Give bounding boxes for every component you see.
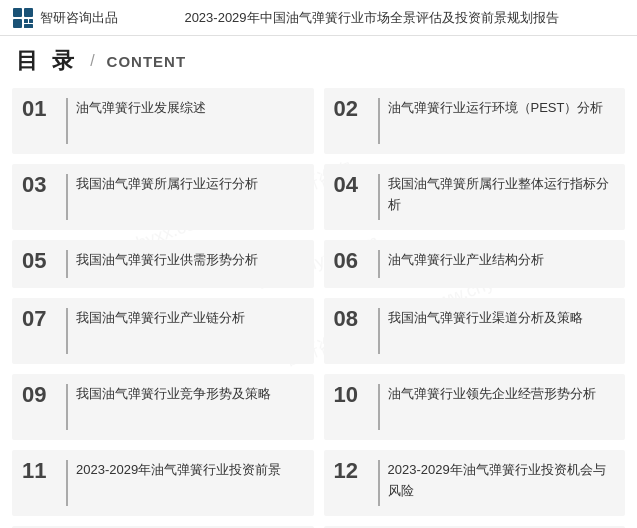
card-text: 我国油气弹簧行业供需形势分析 (76, 250, 304, 271)
card-divider (378, 384, 380, 430)
card-divider (378, 174, 380, 220)
title-bar: 目 录 / CONTENT (0, 36, 637, 82)
card-item: 08我国油气弹簧行业渠道分析及策略 (324, 298, 626, 364)
card-text: 油气弹簧行业产业结构分析 (388, 250, 616, 271)
card-item: 07我国油气弹簧行业产业链分析 (12, 298, 314, 364)
card-divider (66, 384, 68, 430)
svg-rect-5 (24, 24, 33, 28)
logo-text: 智研咨询出品 (40, 9, 118, 27)
svg-rect-0 (13, 8, 22, 17)
svg-rect-3 (24, 19, 28, 23)
card-text: 油气弹簧行业运行环境（PEST）分析 (388, 98, 616, 119)
title-separator: / (90, 52, 94, 70)
card-text: 油气弹簧行业发展综述 (76, 98, 304, 119)
card-number: 02 (334, 98, 370, 120)
card-text: 我国油气弹簧行业渠道分析及策略 (388, 308, 616, 329)
card-number: 12 (334, 460, 370, 482)
card-number: 09 (22, 384, 58, 406)
card-item: 112023-2029年油气弹簧行业投资前景 (12, 450, 314, 516)
header: 智研咨询出品 2023-2029年中国油气弹簧行业市场全景评估及投资前景规划报告 (0, 0, 637, 36)
card-divider (378, 460, 380, 506)
card-number: 03 (22, 174, 58, 196)
card-text: 我国油气弹簧所属行业整体运行指标分析 (388, 174, 616, 216)
card-text: 2023-2029年油气弹簧行业投资前景 (76, 460, 304, 481)
card-divider (66, 98, 68, 144)
card-number: 08 (334, 308, 370, 330)
card-divider (66, 250, 68, 278)
card-divider (66, 460, 68, 506)
card-text: 我国油气弹簧行业竞争形势及策略 (76, 384, 304, 405)
page-title-chinese: 目 录 (16, 46, 78, 76)
card-item: 01油气弹簧行业发展综述 (12, 88, 314, 154)
header-title: 2023-2029年中国油气弹簧行业市场全景评估及投资前景规划报告 (118, 9, 625, 27)
logo-area: 智研咨询出品 (12, 7, 118, 29)
card-grid: 01油气弹簧行业发展综述02油气弹簧行业运行环境（PEST）分析03我国油气弹簧… (0, 82, 637, 528)
card-text: 我国油气弹簧所属行业运行分析 (76, 174, 304, 195)
card-number: 04 (334, 174, 370, 196)
card-number: 10 (334, 384, 370, 406)
card-item: 03我国油气弹簧所属行业运行分析 (12, 164, 314, 230)
card-divider (66, 174, 68, 220)
card-divider (378, 308, 380, 354)
card-item: 10油气弹簧行业领先企业经营形势分析 (324, 374, 626, 440)
card-number: 01 (22, 98, 58, 120)
card-text: 油气弹簧行业领先企业经营形势分析 (388, 384, 616, 405)
card-divider (66, 308, 68, 354)
card-number: 07 (22, 308, 58, 330)
card-text: 我国油气弹簧行业产业链分析 (76, 308, 304, 329)
card-number: 05 (22, 250, 58, 272)
card-text: 2023-2029年油气弹簧行业投资机会与风险 (388, 460, 616, 502)
card-item: 09我国油气弹簧行业竞争形势及策略 (12, 374, 314, 440)
svg-rect-2 (13, 19, 22, 28)
card-item: 02油气弹簧行业运行环境（PEST）分析 (324, 88, 626, 154)
card-number: 06 (334, 250, 370, 272)
card-item: 06油气弹簧行业产业结构分析 (324, 240, 626, 288)
card-item: 05我国油气弹簧行业供需形势分析 (12, 240, 314, 288)
svg-rect-4 (29, 19, 33, 23)
page-title-english: CONTENT (107, 53, 187, 70)
card-item: 04我国油气弹簧所属行业整体运行指标分析 (324, 164, 626, 230)
card-divider (378, 98, 380, 144)
card-number: 11 (22, 460, 58, 482)
svg-rect-1 (24, 8, 33, 17)
logo-icon (12, 7, 34, 29)
card-divider (378, 250, 380, 278)
card-item: 122023-2029年油气弹簧行业投资机会与风险 (324, 450, 626, 516)
